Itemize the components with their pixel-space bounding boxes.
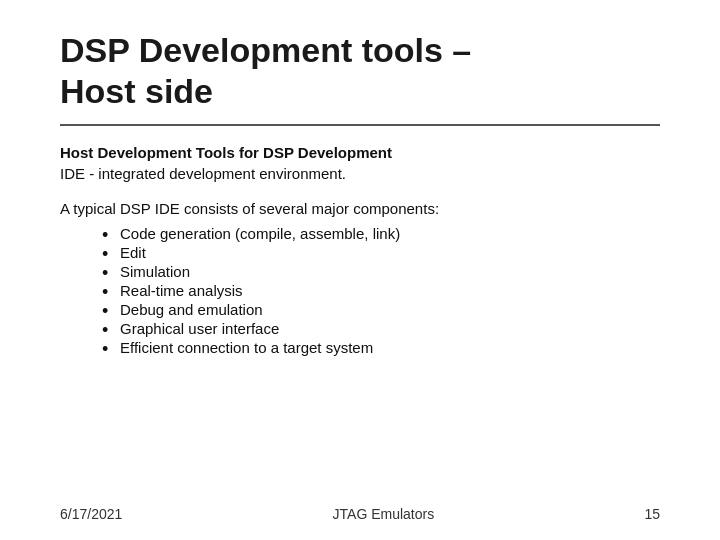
footer-date: 6/17/2021 [60,506,122,522]
bullet-item: Debug and emulation [120,301,660,318]
subtitle-note: IDE - integrated development environment… [60,165,660,182]
footer-page: 15 [644,506,660,522]
bullet-list: Code generation (compile, assemble, link… [60,225,660,358]
subtitle-bold: Host Development Tools for DSP Developme… [60,144,660,161]
title-divider [60,124,660,126]
intro-text: A typical DSP IDE consists of several ma… [60,200,660,217]
bullet-item: Edit [120,244,660,261]
slide: DSP Development tools – Host side Host D… [0,0,720,540]
title-line1: DSP Development tools – [60,31,471,69]
bullet-item: Simulation [120,263,660,280]
footer-center: JTAG Emulators [333,506,435,522]
bullet-item: Graphical user interface [120,320,660,337]
bullet-item: Real-time analysis [120,282,660,299]
bullet-item: Code generation (compile, assemble, link… [120,225,660,242]
title-line2: Host side [60,72,213,110]
bullet-item: Efficient connection to a target system [120,339,660,356]
footer: 6/17/2021 JTAG Emulators 15 [0,506,720,522]
slide-title: DSP Development tools – Host side [60,30,660,112]
